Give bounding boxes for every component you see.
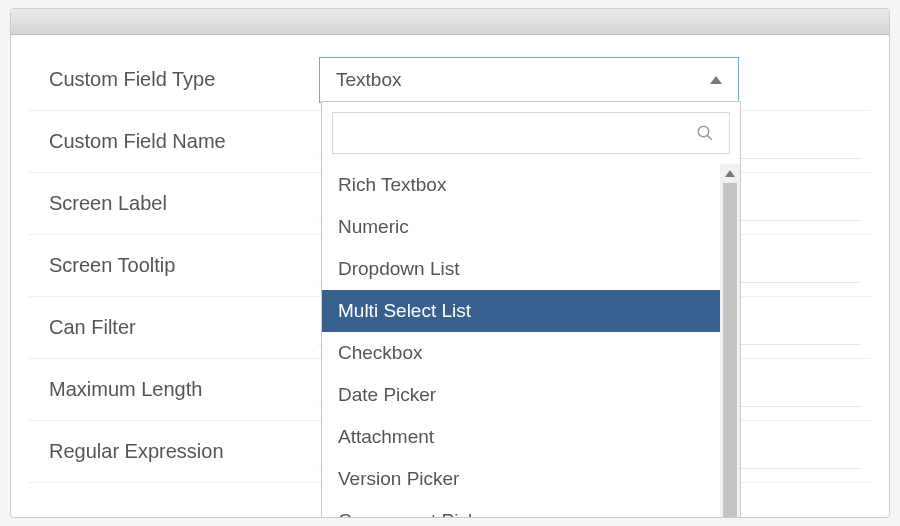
option-multi-select-list[interactable]: Multi Select List bbox=[322, 290, 720, 332]
custom-field-type-dropdown: Rich Textbox Numeric Dropdown List Multi… bbox=[321, 101, 741, 518]
combobox-selected-value: Textbox bbox=[336, 69, 401, 91]
label-screen-tooltip: Screen Tooltip bbox=[29, 254, 319, 277]
label-custom-field-type: Custom Field Type bbox=[29, 68, 319, 91]
option-dropdown-list[interactable]: Dropdown List bbox=[322, 248, 720, 290]
option-date-picker[interactable]: Date Picker bbox=[322, 374, 720, 416]
dropdown-list-wrap: Rich Textbox Numeric Dropdown List Multi… bbox=[322, 164, 740, 518]
label-can-filter: Can Filter bbox=[29, 316, 319, 339]
label-maximum-length: Maximum Length bbox=[29, 378, 319, 401]
dropdown-search-wrap bbox=[322, 102, 740, 164]
option-version-picker[interactable]: Version Picker bbox=[322, 458, 720, 500]
dropdown-search-input[interactable] bbox=[332, 112, 730, 154]
label-screen-label: Screen Label bbox=[29, 192, 319, 215]
dropdown-option-list: Rich Textbox Numeric Dropdown List Multi… bbox=[322, 164, 720, 518]
dropdown-scrollbar[interactable] bbox=[720, 164, 740, 518]
scrollbar-thumb[interactable] bbox=[723, 183, 737, 518]
option-component-picker[interactable]: Component Picker bbox=[322, 500, 720, 518]
input-cell-custom-field-type: Textbox bbox=[319, 57, 871, 103]
option-attachment[interactable]: Attachment bbox=[322, 416, 720, 458]
label-custom-field-name: Custom Field Name bbox=[29, 130, 319, 153]
option-checkbox[interactable]: Checkbox bbox=[322, 332, 720, 374]
form-content: Custom Field Type Textbox Custom Field N… bbox=[11, 35, 889, 497]
scrollbar-up-icon bbox=[725, 170, 735, 177]
custom-field-type-combobox[interactable]: Textbox bbox=[319, 57, 739, 103]
label-regular-expression: Regular Expression bbox=[29, 440, 319, 463]
titlebar bbox=[11, 9, 889, 35]
dialog-window: Custom Field Type Textbox Custom Field N… bbox=[10, 8, 890, 518]
option-numeric[interactable]: Numeric bbox=[322, 206, 720, 248]
chevron-up-icon bbox=[710, 76, 722, 84]
option-rich-textbox[interactable]: Rich Textbox bbox=[322, 164, 720, 206]
